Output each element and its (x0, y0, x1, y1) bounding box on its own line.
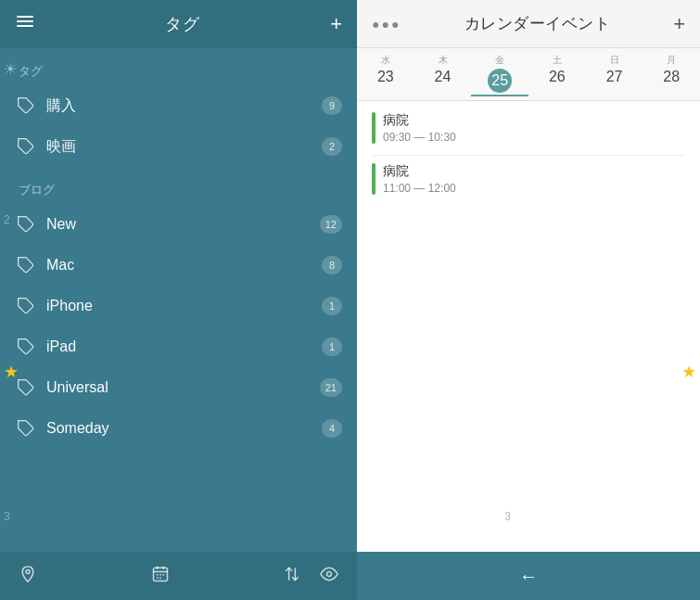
tag-name-iphone: iPhone (46, 298, 322, 314)
tag-name-new: New (46, 216, 320, 233)
svg-point-11 (26, 569, 30, 573)
left-panel-title: タグ (165, 13, 200, 35)
tag-count-someday: 4 (322, 419, 342, 438)
event-item-1[interactable]: 病院 09:30 — 10:30 (372, 112, 685, 144)
tag-icon-kounyu (15, 95, 37, 117)
sort-icon[interactable] (283, 565, 301, 588)
event-indicator-1 (372, 112, 375, 144)
tag-count-new: 12 (320, 215, 342, 234)
date-cell-23[interactable]: 水 23 (357, 54, 414, 96)
tag-count-mac: 8 (322, 256, 342, 274)
tag-name-mac: Mac (46, 257, 322, 274)
left-header: タグ + (0, 0, 357, 48)
date-cell-27[interactable]: 日 27 (586, 54, 643, 96)
svg-rect-0 (17, 16, 33, 18)
date-cell-24[interactable]: 木 24 (414, 54, 472, 96)
date-num-23: 23 (377, 69, 394, 85)
tag-icon-new (15, 213, 37, 236)
menu-icon[interactable] (15, 11, 35, 37)
date-num-24: 24 (435, 69, 452, 85)
event-title-1: 病院 (383, 112, 685, 129)
day-name-25: 金 (495, 54, 504, 67)
eye-icon[interactable] (320, 565, 338, 588)
star-icon-right: ★ (681, 362, 696, 382)
right-footer: ← (357, 552, 700, 600)
sidebar-number-2-left: 2 (4, 213, 10, 226)
tag-item-kounyu[interactable]: 購入 9 (0, 85, 357, 126)
calendar-icon[interactable] (151, 565, 170, 588)
left-footer (0, 552, 357, 600)
day-name-26: 土 (553, 54, 562, 67)
tag-count-kounyu: 9 (322, 96, 342, 115)
calendar-content: 病院 09:30 — 10:30 病院 11:00 — 12:00 (357, 101, 700, 552)
event-details-2: 病院 11:00 — 12:00 (383, 163, 685, 195)
tag-name-universal: Universal (46, 379, 320, 396)
tag-icon-ipad (15, 336, 37, 358)
weather-icon: ☀ (4, 60, 17, 78)
event-item-2[interactable]: 病院 11:00 — 12:00 (372, 163, 685, 195)
sidebar-number-3-left: 3 (4, 510, 10, 523)
date-num-28: 28 (663, 69, 680, 85)
tag-count-ipad: 1 (322, 338, 342, 356)
tag-item-someday[interactable]: Someday 4 (0, 408, 357, 449)
tag-item-mac[interactable]: Mac 8 (0, 245, 357, 286)
section-label-tags: タグ (0, 48, 357, 85)
event-title-2: 病院 (383, 163, 685, 180)
tag-count-universal: 21 (320, 378, 342, 397)
right-header: ●●● カレンダーイベント + (357, 0, 700, 48)
day-name-28: 月 (667, 54, 676, 67)
tag-count-eiga: 2 (322, 137, 342, 156)
tag-icon-eiga (15, 135, 37, 158)
tag-item-iphone[interactable]: iPhone 1 (0, 286, 357, 326)
date-num-27: 27 (606, 69, 623, 85)
right-panel-title: カレンダーイベント (465, 13, 611, 34)
tag-count-iphone: 1 (322, 297, 342, 315)
add-event-button[interactable]: + (673, 12, 685, 36)
svg-rect-1 (17, 20, 33, 22)
tag-item-eiga[interactable]: 映画 2 (0, 126, 357, 167)
day-name-27: 日 (610, 54, 619, 67)
back-button[interactable]: ← (519, 566, 538, 587)
svg-point-23 (327, 571, 332, 576)
tag-item-new[interactable]: New 12 (0, 204, 357, 245)
dots-icon: ●●● (372, 17, 401, 32)
left-content: タグ 購入 9 映画 2 ブログ (0, 48, 357, 552)
location-icon[interactable] (19, 565, 37, 588)
add-tag-button[interactable]: + (330, 12, 342, 36)
svg-rect-2 (17, 25, 33, 27)
event-divider (372, 155, 685, 156)
star-icon-left: ★ (4, 362, 19, 382)
tag-item-universal[interactable]: Universal 21 (0, 367, 357, 408)
date-cell-28[interactable]: 月 28 (643, 54, 700, 96)
date-num-26: 26 (549, 69, 566, 85)
section-label-blog: ブログ (0, 167, 357, 204)
num-3-right: 3 (504, 510, 511, 523)
left-panel: ☀ 2 3 ★ タグ + タグ 購入 9 (0, 0, 357, 600)
date-num-25: 25 (488, 69, 512, 93)
tag-icon-mac (15, 254, 37, 276)
tag-name-ipad: iPad (46, 338, 322, 355)
date-bar: 水 23 木 24 金 25 土 26 日 27 月 28 (357, 48, 700, 101)
date-cell-25[interactable]: 金 25 (471, 54, 528, 96)
tag-icon-someday (15, 417, 37, 440)
day-name-24: 木 (439, 54, 448, 67)
footer-right-icons (283, 565, 338, 588)
tag-name-kounyu: 購入 (46, 96, 322, 116)
date-cell-26[interactable]: 土 26 (528, 54, 586, 96)
right-panel: ★ 3 ●●● カレンダーイベント + 水 23 木 24 金 25 土 26 … (357, 0, 700, 600)
event-time-2: 11:00 — 12:00 (383, 182, 685, 195)
event-indicator-2 (372, 163, 375, 195)
today-underline (471, 95, 528, 96)
event-details-1: 病院 09:30 — 10:30 (383, 112, 685, 144)
day-name-23: 水 (381, 54, 390, 67)
tag-name-someday: Someday (46, 420, 322, 437)
tag-name-eiga: 映画 (46, 137, 322, 157)
tag-icon-iphone (15, 295, 37, 317)
tag-item-ipad[interactable]: iPad 1 (0, 326, 357, 367)
event-time-1: 09:30 — 10:30 (383, 131, 685, 144)
